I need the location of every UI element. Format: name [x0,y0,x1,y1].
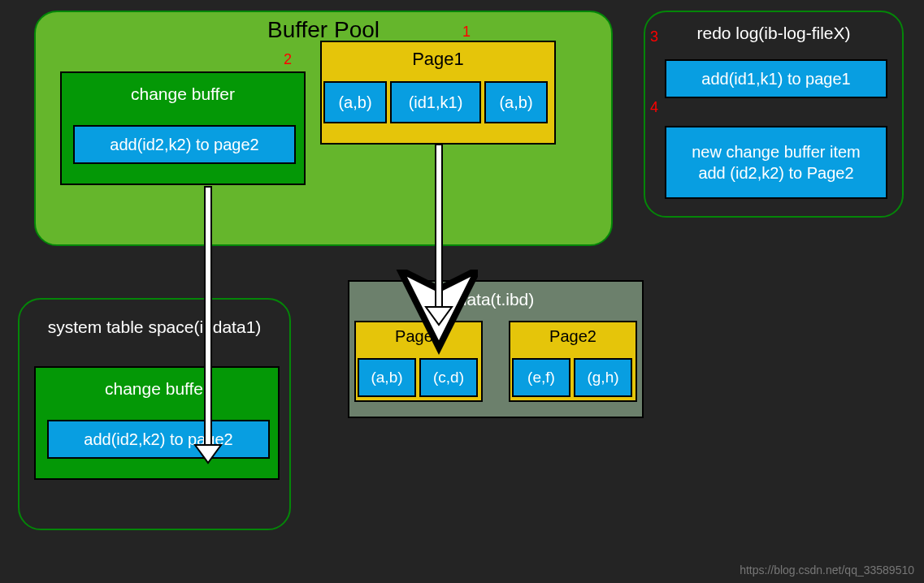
step-marker-3: 3 [650,28,658,45]
data-page1-box: Page1 (a,b) (c,d) [354,321,483,402]
data-page1-cells: (a,b) (c,d) [358,358,478,397]
page1-cell: (a,b) [323,81,387,123]
page1-box: Page1 (a,b) (id1,k1) (a,b) [320,41,556,145]
page1-cells: (a,b) (id1,k1) (a,b) [323,81,548,123]
data-page1-cell: (c,d) [419,358,478,397]
step-marker-4: 4 [650,99,658,116]
data-file-title: data(t.ibd) [349,290,642,309]
redo-log-entry-1: add(id1,k1) to page1 [665,59,887,98]
change-buffer-box-pool: change buffer add(id2,k2) to page2 [60,71,306,185]
watermark-text: https://blog.csdn.net/qq_33589510 [740,564,914,577]
data-page2-cell: (g,h) [574,358,632,397]
data-page1-title: Page1 [356,327,481,346]
step-marker-2: 2 [284,51,292,68]
page1-cell: (a,b) [484,81,548,123]
change-buffer-entry-sys: add(id2,k2) to page2 [47,420,270,459]
redo-log-title: redo log(ib-log-fileX) [645,24,902,43]
system-tablespace-box: system table space(ibdata1) change buffe… [18,298,291,530]
data-page2-box: Page2 (e,f) (g,h) [509,321,637,402]
redo-log-entry-2-line1: new change buffer item [692,141,861,162]
data-page2-cells: (e,f) (g,h) [512,358,632,397]
step-marker-1: 1 [462,24,471,41]
system-tablespace-title: system table space(ibdata1) [20,317,289,337]
change-buffer-title-sys: change buffer [36,379,278,399]
redo-log-entry-2-line2: add (id2,k2) to Page2 [698,162,853,184]
page1-cell: (id1,k1) [390,81,481,123]
buffer-pool-title: Buffer Pool [36,17,611,43]
change-buffer-box-sys: change buffer add(id2,k2) to page2 [34,366,280,480]
data-file-box: data(t.ibd) Page1 (a,b) (c,d) Page2 (e,f… [348,280,644,418]
page1-title: Page1 [322,49,554,70]
change-buffer-title: change buffer [62,84,304,104]
data-page1-cell: (a,b) [358,358,416,397]
data-page2-cell: (e,f) [512,358,570,397]
redo-log-box: redo log(ib-log-fileX) add(id1,k1) to pa… [644,11,904,218]
change-buffer-entry: add(id2,k2) to page2 [73,125,296,164]
data-page2-title: Page2 [510,327,636,346]
buffer-pool-box: Buffer Pool 1 2 change buffer add(id2,k2… [34,11,613,246]
redo-log-entry-2: new change buffer item add (id2,k2) to P… [665,126,887,199]
